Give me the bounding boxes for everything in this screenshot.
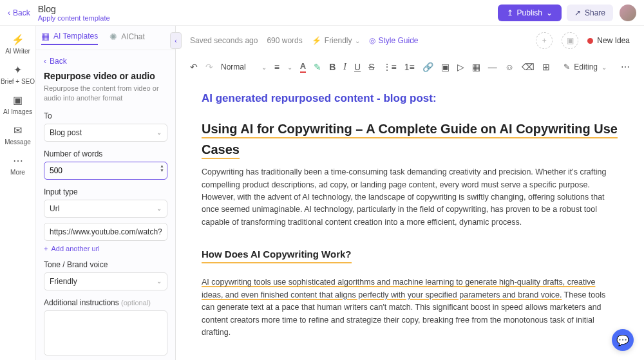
panel-desc: Repurpose the content from video or audi… [44,84,167,104]
add-person-button[interactable]: + [536,32,553,49]
text-color-button[interactable]: A [300,61,306,73]
grid-icon: ▦ [41,31,50,41]
left-rail: ⚡ AI Writer ✦ Brief + SEO ▣ AI Images ✉ … [0,26,36,360]
rail-ai-writer[interactable]: ⚡ AI Writer [0,33,35,55]
help-bubble-button[interactable]: 💬 [612,329,634,351]
input-type-select[interactable]: Url ⌄ [44,200,167,218]
add-url-link[interactable]: + Add another url [44,245,167,252]
doc-title: Blog [38,4,110,14]
panel-body: ‹ Back Repurpose video or audio Repurpos… [36,50,175,360]
add-image-button[interactable]: ▣ [562,32,578,49]
words-input[interactable] [44,162,167,179]
to-label: To [44,111,167,120]
align-button[interactable]: ≡ [274,62,279,72]
back-label: Back [13,8,30,17]
chevron-down-icon: ⌄ [546,8,553,17]
tone-select[interactable]: Friendly ⌄ [44,272,167,290]
additional-textarea[interactable] [44,310,167,355]
bolt-icon: ⚡ [312,36,321,45]
undo-button[interactable]: ↶ [190,62,198,72]
panel-back[interactable]: ‹ Back [44,57,167,66]
panel-title: Repurpose video or audio [44,71,167,81]
chevron-down-icon: ⌄ [156,278,162,285]
editing-mode-chip[interactable]: ✎ Editing ⌄ [564,62,607,71]
tone-chip-label: Friendly [325,36,352,45]
tab-ai-chat[interactable]: ✺ AIChat [109,32,145,44]
number-list-button[interactable]: 1≡ [404,62,415,72]
more-icon: ⋯ [13,155,23,167]
apply-template-link[interactable]: Apply content template [38,14,110,22]
editor-content[interactable]: AI generated repurposed content - blog p… [176,79,644,360]
chat-icon: 💬 [616,334,629,346]
url-input[interactable] [44,223,167,241]
editing-label: Editing [574,62,598,71]
style-guide-link[interactable]: ◎ Style Guide [369,36,418,45]
rail-message[interactable]: ✉ Message [0,124,35,146]
doc-meta: Saved seconds ago 690 words ⚡ Friendly ⌄… [176,26,644,55]
underline-button[interactable]: U [354,62,361,72]
idea-chip[interactable]: New Idea [587,36,630,45]
idea-label: New Idea [597,36,630,45]
tab-ai-templates[interactable]: ▦ AI Templates [41,31,98,45]
doc-h2: How Does AI Copywriting Work? [202,247,352,263]
rail-label: More [10,169,25,176]
text-style-value: Normal [221,62,246,71]
link-button[interactable]: 🔗 [422,62,433,72]
highlight-button[interactable]: ✎ [314,62,321,72]
divider-button[interactable]: — [488,62,497,72]
image-icon: ▣ [13,94,23,106]
panel-back-label: Back [50,57,67,66]
chevron-down-icon: ⌄ [287,64,292,71]
to-value: Blog post [50,128,82,137]
bullet-list-button[interactable]: ⋮≡ [383,62,397,72]
paragraph: AI copywriting tools use sophisticated a… [202,276,618,339]
rail-ai-images[interactable]: ▣ AI Images [0,94,35,115]
share-label: Share [585,8,605,17]
chevron-down-icon: ⌄ [156,129,162,136]
rail-label: Brief + SEO [1,78,35,85]
pencil-icon: ✎ [564,62,570,71]
tone-chip[interactable]: ⚡ Friendly ⌄ [312,36,361,45]
plus-icon: + [44,245,48,252]
image-button[interactable]: ▣ [441,62,450,72]
bold-button[interactable]: B [329,62,336,72]
chevron-down-icon: ⌄ [156,205,162,212]
rail-label: AI Writer [5,48,30,55]
tone-label: Tone / Brand voice [44,260,167,269]
highlighted-text: AI copywriting tools use sophisticated a… [202,278,595,299]
italic-button[interactable]: I [343,62,346,72]
avatar[interactable] [620,5,636,21]
words-label: Number of words [44,149,167,158]
to-select[interactable]: Blog post ⌄ [44,124,167,142]
additional-label-text: Additional instructions [44,298,119,307]
share-button[interactable]: ↗ Share [567,5,613,21]
code-button[interactable]: ⊞ [542,62,550,72]
strike-button[interactable]: S [368,62,374,72]
emoji-button[interactable]: ☺ [505,62,514,72]
clear-format-button[interactable]: ⌫ [522,62,535,72]
editor-main: Saved seconds ago 690 words ⚡ Friendly ⌄… [176,26,644,360]
chevron-left-icon: ‹ [8,8,10,17]
publish-button[interactable]: ↥ Publish ⌄ [498,5,562,21]
additional-label: Additional instructions (optional) [44,298,167,307]
text-style-select[interactable]: Normal ⌄ [221,62,267,71]
quantity-stepper[interactable]: ▲▼ [160,164,164,173]
collapse-sidebar-button[interactable]: ‹ [170,32,182,49]
rail-brief-seo[interactable]: ✦ Brief + SEO [0,64,35,85]
tone-value: Friendly [50,277,77,286]
sidebar-tabs: ▦ AI Templates ✺ AIChat [36,26,175,50]
rail-label: Message [5,138,31,146]
paragraph: Copywriting has traditionally been a tim… [202,166,618,229]
sidebar: ▦ AI Templates ✺ AIChat ‹ Back Repurpose… [36,26,176,360]
video-button[interactable]: ▷ [457,62,464,72]
more-menu-button[interactable]: ⋯ [621,62,630,72]
table-button[interactable]: ▦ [472,62,480,72]
tab-label: AI Templates [53,32,98,41]
chevron-down-icon: ⌄ [601,64,607,71]
top-header: ‹ Back Blog Apply content template ↥ Pub… [0,0,644,26]
rail-more[interactable]: ⋯ More [0,155,35,176]
redo-button[interactable]: ↷ [205,62,213,72]
editor-toolbar: ↶ ↷ Normal ⌄ ≡ ⌄ A ✎ B I U S ⋮≡ 1≡ 🔗 ▣ ▷… [176,55,644,79]
back-link[interactable]: ‹ Back [8,8,30,17]
share-icon: ↗ [574,8,581,17]
